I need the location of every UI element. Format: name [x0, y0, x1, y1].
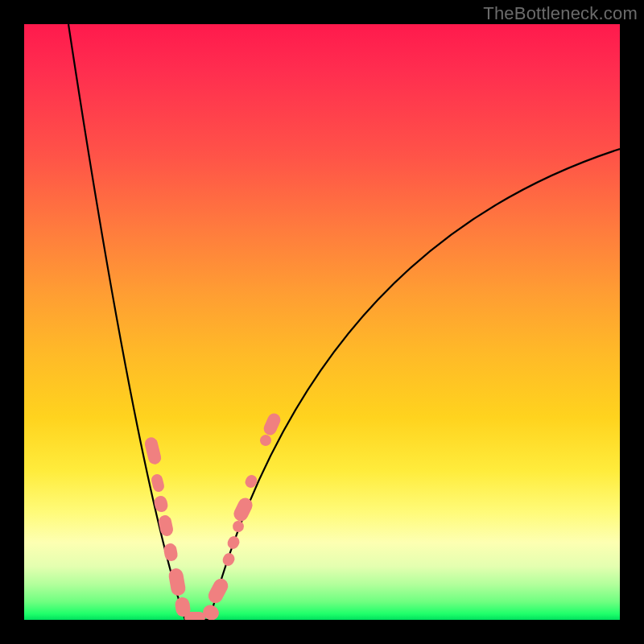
curve-group [68, 24, 620, 620]
data-marker [151, 473, 166, 493]
data-marker [225, 535, 242, 551]
data-marker [206, 576, 231, 606]
marker-group [143, 411, 283, 620]
data-marker [143, 436, 163, 466]
watermark-text: TheBottleneck.com [483, 3, 638, 24]
data-marker [157, 514, 174, 538]
plot-area [24, 24, 620, 620]
chart-frame: TheBottleneck.com [0, 0, 644, 644]
data-marker [163, 543, 179, 563]
data-marker [262, 411, 283, 437]
chart-svg [24, 24, 620, 620]
data-marker [231, 519, 246, 535]
data-marker [167, 568, 187, 597]
data-marker [184, 612, 205, 620]
data-marker [258, 433, 274, 448]
data-marker [221, 551, 237, 568]
data-marker [231, 496, 254, 524]
curve-right-branch [209, 149, 620, 620]
